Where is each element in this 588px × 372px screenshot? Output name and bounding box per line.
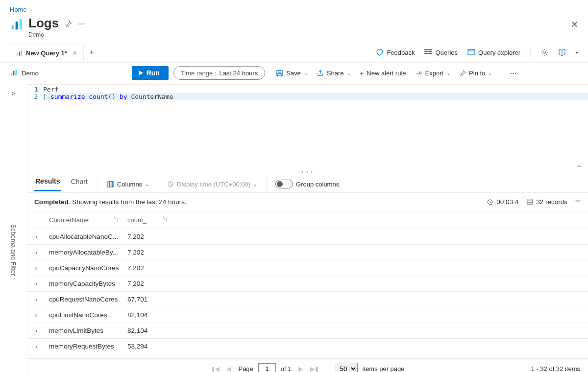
cell-counter-name: memoryCapacityBytes bbox=[45, 276, 123, 291]
page-size-select[interactable]: 50 bbox=[336, 363, 358, 372]
collapse-up-icon[interactable]: ︽ bbox=[577, 162, 583, 169]
svg-rect-20 bbox=[278, 70, 281, 72]
code-content[interactable]: Perf bbox=[43, 86, 58, 93]
chevron-down-icon: ⌄ bbox=[253, 182, 257, 187]
svg-point-14 bbox=[543, 51, 546, 54]
breadcrumb: Home › bbox=[0, 0, 588, 13]
divider bbox=[158, 179, 158, 189]
queries-button[interactable]: Queries bbox=[424, 48, 458, 56]
query-tab-active[interactable]: New Query 1* ✕ bbox=[10, 45, 84, 61]
more-icon[interactable]: ··· bbox=[78, 20, 85, 27]
svg-rect-2 bbox=[20, 19, 22, 29]
close-icon[interactable]: ✕ bbox=[571, 19, 578, 30]
tab-chart[interactable]: Chart bbox=[70, 178, 89, 190]
query-explorer-button[interactable]: Query explorer bbox=[467, 48, 520, 56]
columns-button[interactable]: Columns ⌄ bbox=[107, 181, 149, 188]
cell-count: 53,294 bbox=[123, 338, 172, 354]
table-row[interactable]: ›memoryAllocatableBy...7,202 bbox=[27, 244, 588, 260]
last-page-button[interactable]: ▶▮ bbox=[310, 365, 319, 372]
first-page-button[interactable]: ▮◀ bbox=[211, 365, 220, 372]
cell-count: 7,202 bbox=[123, 229, 172, 244]
expand-row-icon[interactable]: › bbox=[27, 307, 45, 323]
splitter[interactable]: ︽ ● ● ● bbox=[27, 170, 588, 173]
svg-rect-9 bbox=[429, 49, 432, 50]
column-header-name[interactable]: CounterName bbox=[45, 211, 123, 229]
expand-row-icon[interactable]: › bbox=[27, 323, 45, 338]
toggle-switch[interactable] bbox=[275, 180, 293, 188]
table-row[interactable]: ›memoryLimitBytes82,104 bbox=[27, 323, 588, 338]
sidebar-label[interactable]: Schema and Filter bbox=[10, 224, 17, 276]
svg-rect-24 bbox=[112, 181, 113, 186]
table-row[interactable]: ›cpuCapacityNanoCores7,202 bbox=[27, 260, 588, 276]
svg-rect-12 bbox=[468, 49, 475, 55]
logs-icon bbox=[10, 18, 24, 32]
svg-rect-3 bbox=[17, 53, 18, 56]
results-table: CounterName count_ bbox=[27, 211, 588, 354]
time-range-selector[interactable]: Time range : Last 24 hours bbox=[173, 66, 265, 80]
close-icon[interactable]: ✕ bbox=[72, 49, 77, 57]
pin-icon[interactable] bbox=[65, 20, 72, 27]
svg-rect-27 bbox=[527, 199, 533, 205]
column-header-count[interactable]: count_ bbox=[123, 211, 172, 229]
filter-icon[interactable] bbox=[163, 216, 169, 222]
elapsed-time: 00:03.4 bbox=[487, 198, 518, 206]
expand-row-icon[interactable]: › bbox=[27, 229, 45, 244]
expand-row-icon[interactable]: › bbox=[27, 244, 45, 260]
cell-counter-name: cpuCapacityNanoCores bbox=[45, 260, 123, 276]
tab-results[interactable]: Results bbox=[34, 177, 61, 191]
filter-icon[interactable] bbox=[114, 216, 120, 222]
next-page-button[interactable]: ▶ bbox=[296, 365, 305, 372]
pager: ▮◀ ◀ Page of 1 ▶ ▶▮ 50 items per page 1 … bbox=[27, 358, 588, 372]
page-input[interactable] bbox=[258, 363, 276, 372]
results-table-wrap[interactable]: CounterName count_ bbox=[27, 211, 588, 358]
expand-row-icon[interactable]: › bbox=[27, 260, 45, 276]
save-button[interactable]: Save ⌄ bbox=[276, 70, 308, 77]
items-per-page-label: items per page bbox=[363, 365, 405, 372]
chevron-down-icon: ⌄ bbox=[446, 70, 450, 76]
prev-page-button[interactable]: ◀ bbox=[224, 365, 233, 372]
expand-sidebar-button[interactable]: » bbox=[12, 89, 16, 97]
status-row: Completed. Showing results from the last… bbox=[27, 193, 588, 211]
svg-rect-10 bbox=[429, 51, 432, 52]
share-button[interactable]: Share ⌄ bbox=[317, 70, 351, 77]
code-line[interactable]: 1Perf bbox=[27, 86, 588, 93]
table-row[interactable]: ›memoryRequestBytes53,294 bbox=[27, 338, 588, 354]
expand-row-icon[interactable]: › bbox=[27, 338, 45, 354]
svg-rect-11 bbox=[429, 53, 432, 54]
svg-rect-1 bbox=[16, 22, 18, 29]
scope-selector[interactable]: Demo bbox=[10, 69, 39, 77]
svg-rect-5 bbox=[21, 50, 22, 56]
workspace: » Schema and Filter 1Perf2| summarize co… bbox=[0, 84, 588, 372]
chevron-down-icon[interactable]: ▾ bbox=[576, 50, 578, 55]
expand-row-icon[interactable]: › bbox=[27, 291, 45, 307]
pin-to-button[interactable]: Pin to ⌄ bbox=[459, 70, 492, 77]
chevron-down-icon: ⌄ bbox=[304, 70, 308, 76]
divider bbox=[530, 47, 531, 57]
more-icon[interactable]: ··· bbox=[510, 70, 517, 77]
table-row[interactable]: ›cpuLimitNanoCores82,104 bbox=[27, 307, 588, 323]
code-content[interactable]: | summarize count() by CounterName bbox=[43, 93, 588, 100]
cell-count: 67,701 bbox=[123, 291, 172, 307]
table-row[interactable]: ›cpuAllocatableNanoC...7,202 bbox=[27, 229, 588, 244]
play-icon bbox=[138, 70, 144, 76]
svg-rect-22 bbox=[108, 181, 110, 186]
collapse-down-icon[interactable]: ︾ bbox=[575, 198, 581, 206]
group-columns-toggle[interactable]: Group columns bbox=[275, 180, 339, 188]
export-button[interactable]: Export ⌄ bbox=[415, 70, 451, 77]
gear-icon[interactable] bbox=[540, 48, 548, 56]
new-alert-button[interactable]: + New alert rule bbox=[360, 70, 406, 77]
feedback-button[interactable]: Feedback bbox=[376, 48, 415, 56]
add-tab-button[interactable]: + bbox=[84, 45, 99, 60]
chevron-right-icon: › bbox=[30, 6, 32, 13]
query-tabs-row: New Query 1* ✕ + Feedback Queries Query … bbox=[0, 43, 588, 63]
breadcrumb-home[interactable]: Home bbox=[10, 6, 27, 13]
table-row[interactable]: ›memoryCapacityBytes7,202 bbox=[27, 276, 588, 291]
svg-rect-8 bbox=[425, 53, 427, 54]
query-editor[interactable]: 1Perf2| summarize count() by CounterName bbox=[27, 84, 588, 170]
code-line[interactable]: 2| summarize count() by CounterName bbox=[27, 93, 588, 100]
expand-row-icon[interactable]: › bbox=[27, 276, 45, 291]
book-icon[interactable] bbox=[558, 48, 566, 56]
table-row[interactable]: ›cpuRequestNanoCores67,701 bbox=[27, 291, 588, 307]
run-button[interactable]: Run bbox=[132, 66, 169, 80]
svg-rect-0 bbox=[12, 25, 14, 29]
